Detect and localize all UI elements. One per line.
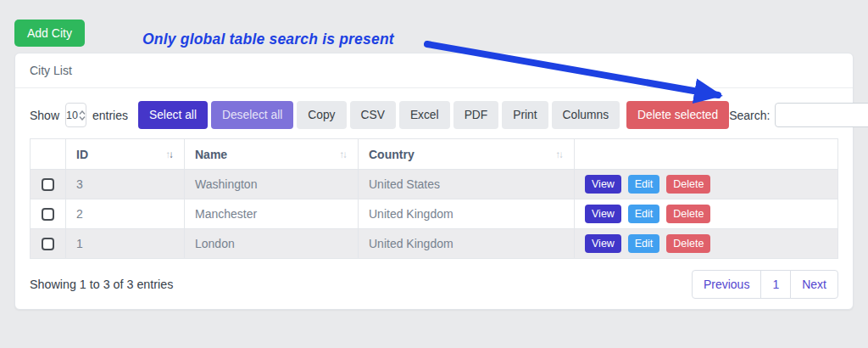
cell-country: United Kingdom — [359, 229, 575, 259]
cell-country: United Kingdom — [359, 199, 575, 229]
table-header-row: ID ↑↓ Name ↑↓ Country ↑↓ — [31, 139, 838, 170]
header-name[interactable]: Name ↑↓ — [185, 139, 359, 170]
select-caret-icon — [79, 110, 86, 121]
cell-name: Washington — [185, 170, 359, 199]
cell-id: 3 — [66, 170, 185, 199]
csv-button[interactable]: CSV — [350, 101, 396, 129]
table-footer: Showing 1 to 3 of 3 entries Previous 1 N… — [30, 270, 838, 299]
view-button[interactable]: View — [585, 234, 621, 253]
cell-actions: View Edit Delete — [575, 170, 838, 199]
cell-actions: View Edit Delete — [575, 229, 838, 259]
sort-unsorted-icon: ↑↓ — [556, 149, 563, 160]
header-select-column — [31, 139, 66, 170]
page-length-select[interactable]: 10 — [65, 103, 86, 127]
delete-button[interactable]: Delete — [666, 234, 710, 253]
row-select-checkbox[interactable] — [42, 178, 54, 191]
annotation-text: Only global table search is present — [142, 31, 394, 48]
delete-button[interactable]: Delete — [666, 205, 710, 223]
cell-name: Manchester — [185, 199, 359, 229]
sort-desc-icon: ↑↓ — [166, 149, 173, 160]
view-button[interactable]: View — [585, 205, 621, 223]
cell-actions: View Edit Delete — [575, 199, 838, 229]
header-country[interactable]: Country ↑↓ — [359, 139, 575, 170]
pagination-next[interactable]: Next — [790, 270, 838, 299]
deselect-all-button[interactable]: Deselect all — [211, 101, 293, 129]
row-select-checkbox[interactable] — [42, 208, 54, 221]
table-row: 1 London United Kingdom View Edit Delete — [31, 229, 838, 259]
header-id-label: ID — [76, 148, 88, 161]
pagination-page-1[interactable]: 1 — [760, 270, 791, 299]
page-length-value: 10 — [66, 109, 78, 121]
row-select-checkbox[interactable] — [42, 238, 54, 250]
cell-name: London — [185, 229, 359, 259]
view-button[interactable]: View — [585, 175, 621, 194]
select-all-button[interactable]: Select all — [138, 101, 208, 129]
sort-unsorted-icon: ↑↓ — [340, 149, 347, 160]
header-actions-column — [575, 139, 838, 170]
copy-button[interactable]: Copy — [297, 101, 346, 129]
header-name-label: Name — [195, 148, 227, 161]
header-id[interactable]: ID ↑↓ — [66, 139, 185, 170]
pagination: Previous 1 Next — [692, 270, 838, 299]
delete-button[interactable]: Delete — [666, 175, 710, 194]
card-title: City List — [30, 64, 72, 77]
add-city-button[interactable]: Add City — [14, 20, 85, 47]
city-table: ID ↑↓ Name ↑↓ Country ↑↓ — [30, 138, 838, 259]
table-row: 3 Washington United States View Edit Del… — [31, 170, 838, 199]
annotation-arrow-icon — [420, 36, 754, 114]
cell-id: 2 — [66, 199, 185, 229]
card-body: Show 10 entries Select all Deselect all … — [15, 88, 853, 299]
show-label: Show — [30, 109, 59, 122]
header-country-label: Country — [369, 148, 415, 161]
cell-country: United States — [359, 170, 575, 199]
table-row: 2 Manchester United Kingdom View Edit De… — [31, 199, 838, 229]
edit-button[interactable]: Edit — [628, 205, 660, 223]
entries-summary: Showing 1 to 3 of 3 entries — [30, 278, 173, 291]
edit-button[interactable]: Edit — [628, 234, 660, 253]
entries-label: entries — [92, 109, 128, 122]
cell-id: 1 — [66, 229, 185, 259]
search-input[interactable] — [775, 103, 868, 127]
pagination-previous[interactable]: Previous — [692, 270, 761, 299]
edit-button[interactable]: Edit — [628, 175, 660, 194]
